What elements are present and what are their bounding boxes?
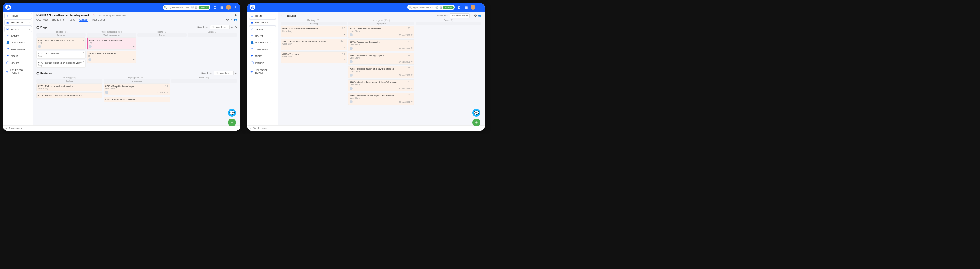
- search-button[interactable]: Search: [443, 6, 453, 9]
- tabs: Overview Spent time Tasks Kanban Test Ca…: [37, 18, 237, 22]
- chat-fab[interactable]: 💬: [473, 109, 480, 117]
- app-logo[interactable]: ⏻: [250, 5, 255, 10]
- card-icon[interactable]: ▦: [220, 5, 224, 10]
- sidebar-item-tasks[interactable]: ☑TASKS›: [4, 26, 32, 32]
- toggle-menu[interactable]: Toggle menu: [8, 127, 22, 129]
- section-menu-icon[interactable]: ···: [471, 14, 473, 18]
- card[interactable]: #778 - Simplification of importsUser Sto…: [348, 26, 414, 38]
- flag-icon: ⚑: [411, 60, 413, 63]
- swimlane-select[interactable]: No swimlane ▾: [450, 13, 469, 18]
- toggle-menu[interactable]: Toggle menu: [253, 127, 267, 129]
- card[interactable]: #769 - Delay of notificationsBug― ⋮⚑: [87, 51, 136, 63]
- assignee-avatar: [105, 91, 108, 94]
- card[interactable]: #770 - Text overflowingBug― ⋮: [37, 51, 86, 59]
- sidebar-item-tasks[interactable]: ☑TASKS›: [249, 26, 276, 32]
- sidebar-item-issues[interactable]: ⓘISSUES: [249, 60, 276, 67]
- assignee-avatar: [350, 100, 353, 103]
- add-fab[interactable]: ＋: [473, 119, 480, 126]
- clock-icon[interactable]: 🕘: [435, 6, 438, 9]
- sidebar-item-resources[interactable]: 👤RESOURCES: [4, 40, 32, 46]
- card[interactable]: #775 - Full text search optimizationUser…: [37, 83, 102, 91]
- breadcrumb[interactable]: /PM techniques examples: [98, 14, 126, 17]
- sidebar: ⌂HOME› ▣PROJECTS› ☑TASKS› ≡GANTT 👤RESOUR…: [247, 11, 278, 125]
- card[interactable]: #764 - Addition of "settings" optionUser…: [348, 53, 414, 65]
- swimlane-select[interactable]: No swimlane ▾: [214, 71, 234, 75]
- home-icon: ⌂: [250, 14, 253, 18]
- chat-fab[interactable]: 💬: [228, 109, 236, 117]
- card[interactable]: #765 - Remove an obsolete functionBug― ⋮: [37, 37, 86, 49]
- search-box[interactable]: 🔍 🕘 ▤ Search: [407, 5, 455, 10]
- card[interactable]: #775 - Full text search optimizationUser…: [281, 26, 347, 37]
- card[interactable]: #777 - Addition of API for advanced enti…: [281, 38, 347, 50]
- sidebar-item-issues[interactable]: ⓘISSUES: [4, 60, 32, 67]
- card[interactable]: #776 - Caldav synchronization⋮: [103, 97, 170, 102]
- search-input[interactable]: [413, 6, 434, 9]
- tab-spent-time[interactable]: Spent time: [52, 18, 65, 22]
- sidebar-item-risks[interactable]: ⚑RISKS: [4, 53, 32, 59]
- card[interactable]: #773 - Screen flickering on a specific v…: [37, 60, 86, 68]
- clock-icon[interactable]: 🕘: [191, 6, 194, 9]
- sidebar-item-time[interactable]: ⏱TIME SPENT: [4, 46, 32, 52]
- search-input[interactable]: [169, 6, 190, 9]
- gantt-icon: ≡: [250, 34, 253, 37]
- card[interactable]: #774 - Save button not functionalBug― ⋮⚑: [87, 37, 136, 49]
- resources-icon: 👤: [6, 41, 9, 44]
- avatar[interactable]: [226, 5, 231, 10]
- sidebar-item-gantt[interactable]: ≡GANTT: [249, 33, 276, 39]
- card[interactable]: #768 - Enhancement of export performance…: [348, 93, 414, 105]
- sidebar-item-helpdesk[interactable]: ⊕HELPDESK TICKET: [4, 67, 32, 76]
- col-reported: #765 - Remove an obsolete functionBug― ⋮…: [37, 37, 86, 68]
- people-icon[interactable]: 👥: [234, 18, 237, 22]
- card[interactable]: #777 - Addition of API for advanced enti…: [37, 92, 102, 98]
- swimlane-select[interactable]: No swimlane ▾: [210, 25, 230, 29]
- section-gear-icon[interactable]: ⚙: [234, 25, 237, 29]
- calendar-icon[interactable]: 🗓: [213, 5, 217, 10]
- card[interactable]: #778 - Simplification of importsUser Sto…: [103, 83, 170, 96]
- card-icon[interactable]: ▦: [464, 5, 468, 10]
- avatar[interactable]: [471, 5, 476, 10]
- assignee-avatar: [89, 45, 92, 48]
- clip-icon[interactable]: ▤: [439, 6, 442, 9]
- search-button[interactable]: Search: [199, 6, 209, 9]
- tab-tasks[interactable]: Tasks: [68, 18, 75, 22]
- clip-icon[interactable]: ▤: [195, 6, 197, 9]
- card[interactable]: #767 - Visual enhancement of the ABC fea…: [348, 80, 414, 91]
- square-icon: ▢: [37, 26, 39, 29]
- flag-icon[interactable]: ⚑: [234, 14, 237, 17]
- tab-kanban[interactable]: Kanban: [79, 18, 89, 22]
- sidebar-item-gantt[interactable]: ≡GANTT: [4, 33, 32, 39]
- chevron-right-icon: ›: [30, 22, 30, 24]
- app-logo[interactable]: ⏻: [5, 5, 11, 10]
- people-icon[interactable]: 👥: [478, 14, 482, 18]
- sidebar-item-home[interactable]: ⌂HOME›: [249, 13, 276, 19]
- flag-icon: ⚑: [411, 47, 413, 49]
- card[interactable]: #779 - Tree viewUser Story7 ⋮⚑: [281, 51, 347, 63]
- collapse-icon[interactable]: «: [5, 127, 7, 129]
- calendar-icon[interactable]: 🗓: [457, 5, 461, 10]
- sidebar-item-risks[interactable]: ⚑RISKS: [249, 53, 276, 59]
- add-fab[interactable]: ＋: [228, 119, 236, 126]
- tab-overview[interactable]: Overview: [37, 18, 48, 22]
- collapse-icon[interactable]: «: [250, 127, 251, 129]
- kebab-icon[interactable]: ⋮: [234, 5, 238, 10]
- sidebar-item-projects[interactable]: ▣PROJECTS›: [4, 19, 32, 25]
- sidebar-item-home[interactable]: ⌂HOME›: [4, 13, 32, 19]
- flag-icon: ⚑: [133, 59, 135, 61]
- sidebar-item-time[interactable]: ⏱TIME SPENT: [249, 46, 276, 52]
- kebab-icon[interactable]: ⋮: [478, 5, 482, 10]
- section-title: Features: [285, 14, 296, 18]
- sidebar-item-helpdesk[interactable]: ⊕HELPDESK TICKET: [249, 67, 276, 76]
- col-inprogress: #778 - Simplification of importsUser Sto…: [103, 83, 170, 102]
- card[interactable]: #766 - Implementation of a new set of ic…: [348, 66, 414, 78]
- section-menu-icon[interactable]: ···: [235, 71, 237, 75]
- card[interactable]: #776 - Caldav synchronizationUser Story4…: [348, 39, 414, 51]
- section-menu-icon[interactable]: ···: [231, 25, 233, 29]
- section-gear-icon[interactable]: ⚙: [474, 14, 477, 18]
- sidebar-item-resources[interactable]: 👤RESOURCES: [249, 40, 276, 46]
- heart-icon[interactable]: ♡: [92, 14, 95, 17]
- search-box[interactable]: 🔍 🕘 ▤ Search: [163, 5, 210, 10]
- sidebar-item-projects[interactable]: ▣PROJECTS›: [249, 19, 276, 25]
- flag-icon: ⚑: [344, 46, 345, 49]
- gear-icon[interactable]: ⚙: [226, 18, 229, 22]
- tab-test-cases[interactable]: Test Cases: [92, 18, 106, 22]
